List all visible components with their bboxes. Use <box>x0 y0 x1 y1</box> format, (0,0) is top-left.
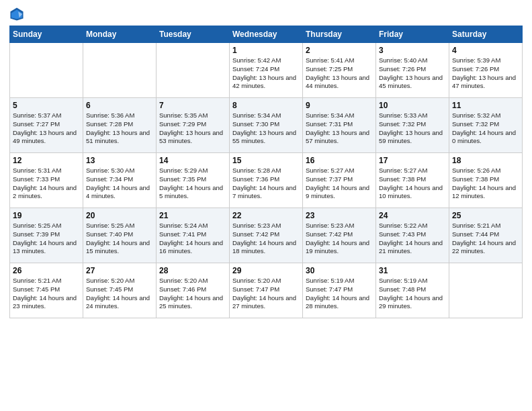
day-number: 1 <box>232 46 300 55</box>
day-number: 27 <box>86 266 153 275</box>
col-header-friday: Friday <box>376 26 449 43</box>
week-row-2: 12Sunrise: 5:31 AM Sunset: 7:33 PM Dayli… <box>10 153 523 208</box>
day-info: Sunrise: 5:27 AM Sunset: 7:38 PM Dayligh… <box>379 167 446 201</box>
day-info: Sunrise: 5:37 AM Sunset: 7:27 PM Dayligh… <box>13 111 80 146</box>
calendar-cell: 11Sunrise: 5:32 AM Sunset: 7:32 PM Dayli… <box>449 98 523 153</box>
calendar-cell: 18Sunrise: 5:26 AM Sunset: 7:38 PM Dayli… <box>449 153 523 208</box>
day-info: Sunrise: 5:19 AM Sunset: 7:48 PM Dayligh… <box>379 277 446 311</box>
day-info: Sunrise: 5:36 AM Sunset: 7:28 PM Dayligh… <box>86 111 153 146</box>
calendar-cell: 15Sunrise: 5:28 AM Sunset: 7:36 PM Dayli… <box>230 153 303 208</box>
calendar-cell: 4Sunrise: 5:39 AM Sunset: 7:26 PM Daylig… <box>449 43 523 98</box>
page-container: SundayMondayTuesdayWednesdayThursdayFrid… <box>0 0 532 325</box>
calendar-cell: 10Sunrise: 5:33 AM Sunset: 7:32 PM Dayli… <box>376 98 449 153</box>
calendar-cell: 13Sunrise: 5:30 AM Sunset: 7:34 PM Dayli… <box>83 153 157 208</box>
day-number: 26 <box>13 266 80 275</box>
calendar-cell: 24Sunrise: 5:22 AM Sunset: 7:43 PM Dayli… <box>376 208 449 263</box>
day-info: Sunrise: 5:23 AM Sunset: 7:42 PM Dayligh… <box>306 222 373 256</box>
calendar-cell: 12Sunrise: 5:31 AM Sunset: 7:33 PM Dayli… <box>10 153 83 208</box>
day-number: 6 <box>86 101 153 110</box>
day-number: 29 <box>232 266 300 275</box>
logo-icon <box>9 7 24 21</box>
day-number: 4 <box>452 46 519 55</box>
day-info: Sunrise: 5:20 AM Sunset: 7:45 PM Dayligh… <box>86 277 153 311</box>
day-info: Sunrise: 5:26 AM Sunset: 7:38 PM Dayligh… <box>452 167 519 201</box>
day-info: Sunrise: 5:29 AM Sunset: 7:35 PM Dayligh… <box>159 167 226 201</box>
day-number: 28 <box>159 266 226 275</box>
day-number: 21 <box>159 211 226 220</box>
calendar-cell: 22Sunrise: 5:23 AM Sunset: 7:42 PM Dayli… <box>230 208 303 263</box>
day-number: 5 <box>13 101 80 110</box>
col-header-tuesday: Tuesday <box>157 26 230 43</box>
calendar-cell: 31Sunrise: 5:19 AM Sunset: 7:48 PM Dayli… <box>376 263 449 318</box>
day-info: Sunrise: 5:25 AM Sunset: 7:39 PM Dayligh… <box>13 222 80 256</box>
calendar-table: SundayMondayTuesdayWednesdayThursdayFrid… <box>9 26 523 318</box>
day-info: Sunrise: 5:34 AM Sunset: 7:30 PM Dayligh… <box>232 111 300 146</box>
calendar-cell: 26Sunrise: 5:21 AM Sunset: 7:45 PM Dayli… <box>10 263 83 318</box>
day-number: 17 <box>379 156 446 165</box>
day-number: 22 <box>232 211 300 220</box>
day-number: 19 <box>13 211 80 220</box>
week-row-3: 19Sunrise: 5:25 AM Sunset: 7:39 PM Dayli… <box>10 208 523 263</box>
day-info: Sunrise: 5:20 AM Sunset: 7:47 PM Dayligh… <box>232 277 300 311</box>
day-info: Sunrise: 5:19 AM Sunset: 7:47 PM Dayligh… <box>306 277 373 311</box>
day-number: 15 <box>232 156 300 165</box>
calendar-cell: 28Sunrise: 5:20 AM Sunset: 7:46 PM Dayli… <box>157 263 230 318</box>
header-row: SundayMondayTuesdayWednesdayThursdayFrid… <box>10 26 523 43</box>
day-number: 7 <box>159 101 226 110</box>
day-info: Sunrise: 5:39 AM Sunset: 7:26 PM Dayligh… <box>452 56 519 91</box>
day-info: Sunrise: 5:23 AM Sunset: 7:42 PM Dayligh… <box>232 222 300 256</box>
day-info: Sunrise: 5:21 AM Sunset: 7:45 PM Dayligh… <box>13 277 80 311</box>
calendar-cell: 25Sunrise: 5:21 AM Sunset: 7:44 PM Dayli… <box>449 208 523 263</box>
col-header-sunday: Sunday <box>10 26 83 43</box>
calendar-cell <box>157 43 230 98</box>
day-info: Sunrise: 5:28 AM Sunset: 7:36 PM Dayligh… <box>232 167 300 201</box>
day-info: Sunrise: 5:33 AM Sunset: 7:32 PM Dayligh… <box>379 111 446 146</box>
calendar-cell: 19Sunrise: 5:25 AM Sunset: 7:39 PM Dayli… <box>10 208 83 263</box>
calendar-cell: 17Sunrise: 5:27 AM Sunset: 7:38 PM Dayli… <box>376 153 449 208</box>
day-info: Sunrise: 5:35 AM Sunset: 7:29 PM Dayligh… <box>159 111 226 146</box>
day-info: Sunrise: 5:27 AM Sunset: 7:37 PM Dayligh… <box>306 167 373 201</box>
calendar-cell: 6Sunrise: 5:36 AM Sunset: 7:28 PM Daylig… <box>83 98 157 153</box>
calendar-cell: 29Sunrise: 5:20 AM Sunset: 7:47 PM Dayli… <box>230 263 303 318</box>
calendar-cell: 30Sunrise: 5:19 AM Sunset: 7:47 PM Dayli… <box>303 263 376 318</box>
day-number: 24 <box>379 211 446 220</box>
day-number: 3 <box>379 46 446 55</box>
col-header-monday: Monday <box>83 26 157 43</box>
calendar-cell: 2Sunrise: 5:41 AM Sunset: 7:25 PM Daylig… <box>303 43 376 98</box>
calendar-cell: 9Sunrise: 5:34 AM Sunset: 7:31 PM Daylig… <box>303 98 376 153</box>
day-number: 30 <box>306 266 373 275</box>
day-number: 9 <box>306 101 373 110</box>
day-info: Sunrise: 5:22 AM Sunset: 7:43 PM Dayligh… <box>379 222 446 256</box>
calendar-cell: 16Sunrise: 5:27 AM Sunset: 7:37 PM Dayli… <box>303 153 376 208</box>
day-info: Sunrise: 5:30 AM Sunset: 7:34 PM Dayligh… <box>86 167 153 201</box>
day-number: 12 <box>13 156 80 165</box>
day-number: 18 <box>452 156 519 165</box>
calendar-cell: 27Sunrise: 5:20 AM Sunset: 7:45 PM Dayli… <box>83 263 157 318</box>
calendar-cell: 23Sunrise: 5:23 AM Sunset: 7:42 PM Dayli… <box>303 208 376 263</box>
calendar-cell <box>10 43 83 98</box>
calendar-cell: 3Sunrise: 5:40 AM Sunset: 7:26 PM Daylig… <box>376 43 449 98</box>
day-info: Sunrise: 5:42 AM Sunset: 7:24 PM Dayligh… <box>232 56 300 91</box>
day-info: Sunrise: 5:31 AM Sunset: 7:33 PM Dayligh… <box>13 167 80 201</box>
week-row-1: 5Sunrise: 5:37 AM Sunset: 7:27 PM Daylig… <box>10 98 523 153</box>
day-info: Sunrise: 5:21 AM Sunset: 7:44 PM Dayligh… <box>452 222 519 256</box>
day-info: Sunrise: 5:34 AM Sunset: 7:31 PM Dayligh… <box>306 111 373 146</box>
calendar-cell: 21Sunrise: 5:24 AM Sunset: 7:41 PM Dayli… <box>157 208 230 263</box>
col-header-thursday: Thursday <box>303 26 376 43</box>
calendar-cell: 8Sunrise: 5:34 AM Sunset: 7:30 PM Daylig… <box>230 98 303 153</box>
day-info: Sunrise: 5:41 AM Sunset: 7:25 PM Dayligh… <box>306 56 373 91</box>
calendar-cell: 1Sunrise: 5:42 AM Sunset: 7:24 PM Daylig… <box>230 43 303 98</box>
logo <box>9 7 27 21</box>
day-number: 31 <box>379 266 446 275</box>
day-number: 20 <box>86 211 153 220</box>
col-header-saturday: Saturday <box>449 26 523 43</box>
day-number: 11 <box>452 101 519 110</box>
day-number: 16 <box>306 156 373 165</box>
week-row-0: 1Sunrise: 5:42 AM Sunset: 7:24 PM Daylig… <box>10 43 523 98</box>
col-header-wednesday: Wednesday <box>230 26 303 43</box>
day-info: Sunrise: 5:40 AM Sunset: 7:26 PM Dayligh… <box>379 56 446 91</box>
day-number: 2 <box>306 46 373 55</box>
calendar-cell: 5Sunrise: 5:37 AM Sunset: 7:27 PM Daylig… <box>10 98 83 153</box>
day-number: 25 <box>452 211 519 220</box>
day-number: 8 <box>232 101 300 110</box>
